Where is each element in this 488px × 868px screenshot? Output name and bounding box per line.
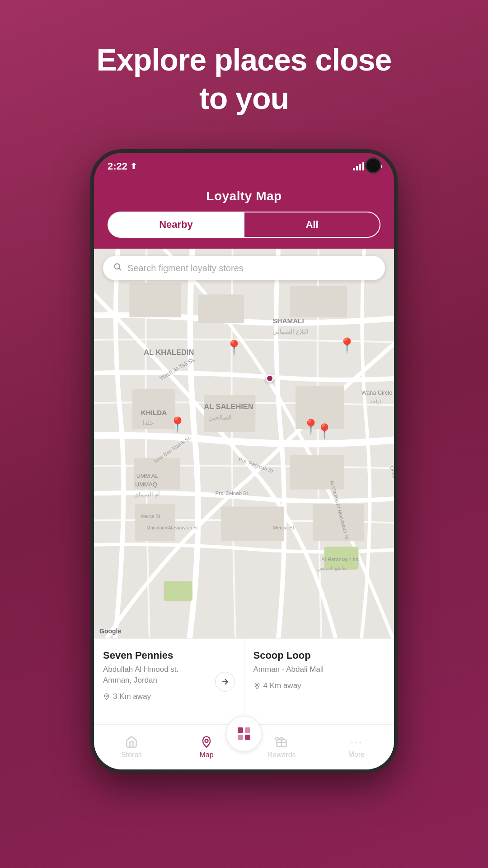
map-container[interactable]: Search figment loyalty stores (94, 249, 394, 638)
nav-rewards-label: Rewards (267, 751, 296, 759)
map-view[interactable]: AL KHALEDIN SHAMALI التلاع الشمالي KHILD… (94, 249, 394, 638)
phone-shell: 2:22 ⬆ Loyalty Map Nearby All (90, 149, 398, 773)
nav-stores-label: Stores (121, 751, 142, 759)
svg-rect-44 (238, 735, 243, 740)
more-icon: ··· (350, 736, 363, 748)
map-pin-3: 📍 (169, 416, 187, 433)
store-cards: Seven Pennies Abdullah Al Hmood st.Amman… (94, 638, 394, 724)
svg-rect-5 (290, 286, 347, 317)
user-location-dot (266, 374, 274, 382)
stores-icon (125, 736, 138, 748)
store-name: Scoop Loop (253, 650, 385, 661)
svg-text:Al-Haramayn Int.: Al-Haramayn Int. (321, 557, 360, 562)
svg-text:Prs. Zeinab St.: Prs. Zeinab St. (216, 491, 249, 496)
nav-more-label: More (348, 750, 365, 759)
map-pin-5: 📍 (315, 423, 333, 440)
svg-text:الواحة: الواحة (370, 399, 383, 405)
nav-item-stores[interactable]: Stores (94, 736, 169, 759)
svg-rect-42 (238, 727, 243, 733)
search-bar[interactable]: Search figment loyalty stores (103, 256, 385, 280)
svg-point-41 (205, 739, 208, 742)
svg-text:UMMAQ: UMMAQ (135, 481, 157, 488)
page-headline: Explore places close to you (86, 41, 402, 118)
svg-text:KHILDA: KHILDA (141, 409, 167, 416)
svg-text:خلدا: خلدا (143, 419, 154, 426)
svg-rect-43 (245, 727, 250, 733)
svg-rect-11 (135, 504, 175, 541)
app-title: Loyalty Map (206, 189, 282, 203)
google-watermark: Google (99, 627, 121, 635)
bottom-nav: Stores Map (94, 724, 394, 769)
svg-text:Mamdouh Al-Sarayrah St.: Mamdouh Al-Sarayrah St. (147, 525, 199, 530)
status-time: 2:22 (108, 160, 127, 172)
app-header: Loyalty Map Nearby All (94, 180, 394, 249)
svg-text:أم السماق: أم السماق (134, 491, 160, 498)
svg-text:Mecca St.: Mecca St. (272, 525, 296, 530)
svg-rect-10 (290, 455, 344, 489)
store-card-scoop-loop[interactable]: Scoop Loop Amman - Abdali Mall 4 Km away (244, 639, 394, 724)
store-name: Seven Pennies (103, 650, 235, 661)
fab-icon (236, 726, 252, 742)
map-pin-2: 📍 (338, 337, 356, 354)
map-pin-1: 📍 (225, 339, 243, 356)
svg-rect-15 (164, 581, 192, 601)
nav-item-more[interactable]: ··· More (319, 736, 394, 759)
svg-text:التلاع الشمالي: التلاع الشمالي (272, 328, 309, 335)
svg-point-40 (256, 684, 258, 685)
store-address: Amman - Abdali Mall (253, 664, 385, 675)
svg-text:Waha Circle: Waha Circle (361, 390, 392, 396)
store-distance: 4 Km away (253, 681, 385, 690)
svg-text:SHAMALI: SHAMALI (272, 317, 304, 325)
camera-cutout (365, 157, 381, 174)
svg-rect-4 (198, 294, 244, 323)
navigation-arrow-icon: ⬆ (130, 161, 137, 171)
svg-rect-3 (129, 283, 181, 317)
tab-container: Nearby All (108, 212, 380, 238)
app-content: Loyalty Map Nearby All Search figment lo… (94, 180, 394, 769)
svg-rect-45 (245, 735, 250, 740)
nav-map-label: Map (199, 751, 213, 759)
svg-point-39 (106, 695, 107, 696)
map-icon (200, 736, 213, 748)
svg-text:AL SALEHIEN: AL SALEHIEN (204, 402, 253, 410)
svg-text:الصالحين: الصالحين (208, 414, 232, 421)
svg-text:UMM AL: UMM AL (136, 473, 159, 479)
svg-text:Mecca St.: Mecca St. (141, 514, 161, 519)
nav-fab[interactable] (226, 716, 262, 752)
tab-nearby[interactable]: Nearby (108, 212, 244, 238)
search-placeholder-text: Search figment loyalty stores (127, 263, 244, 274)
store-card-seven-pennies[interactable]: Seven Pennies Abdullah Al Hmood st.Amman… (94, 639, 244, 724)
store-arrow-button[interactable] (215, 672, 235, 692)
svg-point-0 (114, 264, 120, 269)
signal-icon (353, 162, 364, 170)
rewards-icon (275, 736, 288, 748)
tab-all[interactable]: All (244, 212, 380, 238)
search-icon (113, 262, 122, 274)
svg-text:AL KHALEDIN: AL KHALEDIN (144, 348, 194, 356)
svg-rect-12 (221, 506, 284, 541)
store-distance: 3 Km away (103, 692, 235, 701)
svg-line-1 (119, 269, 122, 271)
status-bar: 2:22 ⬆ (94, 153, 394, 180)
svg-text:تقاطع الحرمين: تقاطع الحرمين (317, 565, 347, 571)
